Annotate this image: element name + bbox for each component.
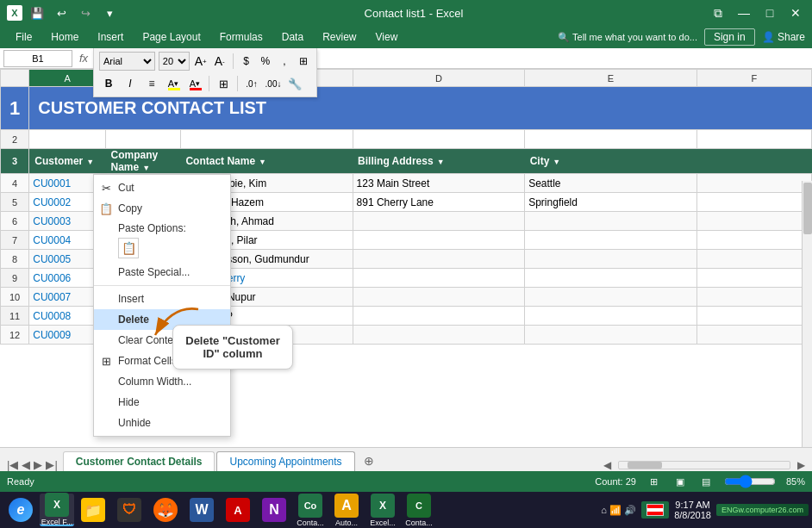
clock[interactable]: 9:17 AM 8/8/2018	[674, 500, 711, 520]
cell-d8[interactable]	[353, 250, 525, 269]
cell-f5[interactable]	[696, 193, 811, 212]
paste-icon-button[interactable]: 📋	[118, 238, 139, 258]
zoom-slider[interactable]	[724, 475, 776, 488]
tab-upcoming-appointments[interactable]: Upcoming Appointments	[216, 451, 354, 471]
cell-a2[interactable]	[29, 130, 106, 149]
cell-e7[interactable]	[525, 231, 697, 250]
taskbar-auto-button[interactable]: A Auto...	[329, 494, 364, 526]
format-button[interactable]: 🔧	[285, 74, 304, 93]
horizontal-scrollbar[interactable]	[618, 461, 790, 469]
undo-button[interactable]: ↩	[52, 3, 71, 22]
cell-d9[interactable]	[353, 269, 525, 288]
font-color-button[interactable]: A ▾	[185, 74, 204, 93]
increase-font-button[interactable]: A+	[193, 52, 209, 71]
cell-d7[interactable]	[353, 231, 525, 250]
increase-decimal-button[interactable]: .0↑	[242, 74, 261, 93]
copy-menu-item[interactable]: 📋 Copy	[94, 198, 230, 219]
bold-button[interactable]: B	[99, 74, 118, 93]
cut-menu-item[interactable]: ✂ Cut	[94, 177, 230, 198]
font-size-select[interactable]: 20	[159, 52, 190, 71]
menu-data[interactable]: Data	[273, 28, 312, 47]
comma-button[interactable]: ,	[277, 52, 292, 71]
minimize-button[interactable]: —	[734, 3, 753, 22]
next-sheet-button[interactable]: ▶	[34, 458, 42, 471]
taskbar-excel2-button[interactable]: X Excel...	[365, 494, 400, 526]
cell-d11[interactable]	[353, 307, 525, 326]
taskbar-pdf-button[interactable]: A	[221, 494, 255, 526]
cell-123main[interactable]: 123 Main Street	[353, 174, 525, 193]
cell-e2[interactable]	[525, 130, 697, 149]
menu-view[interactable]: View	[367, 28, 407, 47]
borders2-button[interactable]: ⊞	[214, 74, 233, 93]
hide-menu-item[interactable]: Hide	[94, 392, 230, 413]
cell-seattle[interactable]: Seattle	[525, 174, 697, 193]
maximize-button[interactable]: □	[760, 3, 779, 22]
cell-f2[interactable]	[696, 130, 811, 149]
scroll-thumb[interactable]	[803, 183, 812, 234]
share-button[interactable]: 👤 Share	[762, 31, 805, 43]
h-scrollbar-right[interactable]: ▶	[797, 459, 805, 471]
vertical-scrollbar[interactable]	[802, 181, 812, 447]
col-header-contact[interactable]: Contact Name▼	[180, 149, 353, 174]
cell-f10[interactable]	[696, 288, 811, 307]
taskbar-conta-button[interactable]: Co Conta...	[293, 494, 328, 526]
col-header-f[interactable]: F	[696, 70, 811, 87]
taskbar-conta2-button[interactable]: C Conta...	[402, 494, 436, 526]
taskbar-security-button[interactable]: 🛡	[112, 494, 147, 526]
cell-d6[interactable]	[353, 212, 525, 231]
cell-e10[interactable]	[525, 288, 697, 307]
menu-file[interactable]: File	[7, 28, 41, 47]
cell-springfield[interactable]: Springfield	[525, 193, 697, 212]
name-box[interactable]	[3, 50, 72, 67]
unhide-menu-item[interactable]: Unhide	[94, 413, 230, 433]
taskbar-onenote-button[interactable]: N	[257, 494, 291, 526]
cell-c2[interactable]	[180, 130, 353, 149]
menu-insert[interactable]: Insert	[89, 28, 132, 47]
cell-f12[interactable]	[696, 326, 811, 345]
taskbar-word-button[interactable]: W	[184, 494, 219, 526]
tab-customer-contact[interactable]: Customer Contact Details	[63, 451, 215, 472]
borders-button[interactable]: ⊞	[296, 52, 311, 71]
redo-button[interactable]: ↪	[76, 3, 95, 22]
first-sheet-button[interactable]: |◀	[7, 458, 18, 471]
close-button[interactable]: ✕	[786, 3, 805, 22]
decrease-decimal-button[interactable]: .00↓	[264, 74, 283, 93]
cell-f7[interactable]	[696, 231, 811, 250]
taskbar-folder-button[interactable]: 📁	[76, 494, 110, 526]
h-scroll-thumb[interactable]	[628, 462, 662, 469]
col-header-d[interactable]: D	[353, 70, 525, 87]
cell-e6[interactable]	[525, 212, 697, 231]
cell-e9[interactable]	[525, 269, 697, 288]
menu-home[interactable]: Home	[42, 28, 87, 47]
cell-e12[interactable]	[525, 326, 697, 345]
cell-d2[interactable]	[353, 130, 525, 149]
page-break-view-button[interactable]: ▤	[698, 474, 714, 489]
dollar-button[interactable]: $	[239, 52, 254, 71]
column-width-menu-item[interactable]: Column Width...	[94, 371, 230, 392]
cell-f11[interactable]	[696, 307, 811, 326]
normal-view-button[interactable]: ⊞	[646, 474, 662, 489]
cell-f8[interactable]	[696, 250, 811, 269]
paste-special-menu-item[interactable]: Paste Special...	[94, 262, 230, 283]
h-scrollbar-left[interactable]: ◀	[603, 459, 611, 471]
restore-button[interactable]: ⧉	[709, 3, 728, 22]
col-header-company[interactable]: Company Name▼	[106, 149, 181, 174]
decrease-font-button[interactable]: A-	[212, 52, 228, 71]
menu-formulas[interactable]: Formulas	[211, 28, 272, 47]
signin-button[interactable]: Sign in	[704, 28, 755, 46]
taskbar-excel-button[interactable]: X Excel F...	[40, 494, 74, 526]
cell-f4[interactable]	[696, 174, 811, 193]
col-header-city[interactable]: City▼	[525, 149, 697, 174]
menu-page-layout[interactable]: Page Layout	[134, 28, 209, 47]
page-layout-view-button[interactable]: ▣	[672, 474, 688, 489]
col-header-billing[interactable]: Billing Address▼	[353, 149, 525, 174]
col-header-customer[interactable]: Customer▼	[29, 149, 106, 174]
cell-d12[interactable]	[353, 326, 525, 345]
customize-qat-button[interactable]: ▾	[100, 3, 119, 22]
cell-f6[interactable]	[696, 212, 811, 231]
percent-button[interactable]: %	[258, 52, 273, 71]
save-qat-button[interactable]: 💾	[28, 3, 47, 22]
col-header-e[interactable]: E	[525, 70, 697, 87]
taskbar-firefox-button[interactable]: 🦊	[148, 494, 183, 526]
cell-e11[interactable]	[525, 307, 697, 326]
